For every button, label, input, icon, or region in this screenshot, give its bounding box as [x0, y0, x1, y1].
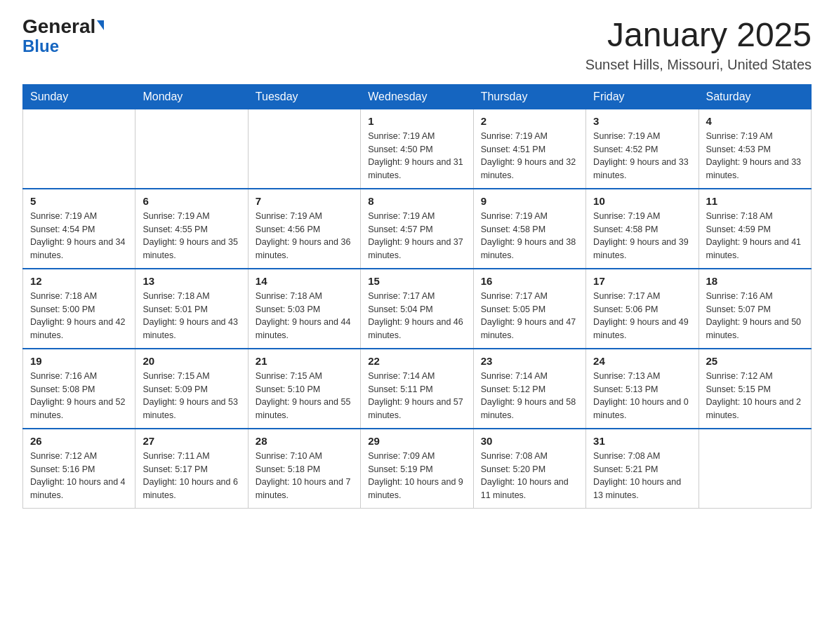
calendar-day-cell: 16Sunrise: 7:17 AM Sunset: 5:05 PM Dayli… [473, 269, 585, 349]
calendar-day-cell: 18Sunrise: 7:16 AM Sunset: 5:07 PM Dayli… [699, 269, 811, 349]
calendar-day-cell: 13Sunrise: 7:18 AM Sunset: 5:01 PM Dayli… [135, 269, 248, 349]
day-of-week-header: Thursday [473, 84, 585, 109]
day-info: Sunrise: 7:19 AM Sunset: 4:54 PM Dayligh… [30, 210, 128, 262]
location-subtitle: Sunset Hills, Missouri, United States [585, 57, 812, 73]
day-number: 14 [256, 275, 353, 287]
day-info: Sunrise: 7:15 AM Sunset: 5:09 PM Dayligh… [143, 370, 240, 422]
day-info: Sunrise: 7:12 AM Sunset: 5:15 PM Dayligh… [706, 370, 804, 422]
day-number: 1 [368, 115, 465, 127]
calendar-day-cell [135, 109, 248, 189]
logo-general: General [22, 17, 95, 36]
calendar-day-cell: 24Sunrise: 7:13 AM Sunset: 5:13 PM Dayli… [586, 349, 699, 429]
day-info: Sunrise: 7:19 AM Sunset: 4:55 PM Dayligh… [143, 210, 240, 262]
day-number: 5 [30, 195, 128, 207]
day-info: Sunrise: 7:19 AM Sunset: 4:50 PM Dayligh… [368, 130, 465, 182]
day-number: 21 [256, 355, 353, 367]
day-number: 17 [593, 275, 691, 287]
day-info: Sunrise: 7:16 AM Sunset: 5:08 PM Dayligh… [30, 370, 128, 422]
calendar-day-cell: 6Sunrise: 7:19 AM Sunset: 4:55 PM Daylig… [135, 189, 248, 269]
day-number: 29 [368, 435, 465, 447]
day-number: 27 [143, 435, 240, 447]
calendar-day-cell [248, 109, 360, 189]
month-year-title: January 2025 [585, 17, 812, 54]
calendar-day-cell: 25Sunrise: 7:12 AM Sunset: 5:15 PM Dayli… [699, 349, 811, 429]
day-info: Sunrise: 7:08 AM Sunset: 5:20 PM Dayligh… [481, 450, 578, 502]
calendar-day-cell: 22Sunrise: 7:14 AM Sunset: 5:11 PM Dayli… [361, 349, 473, 429]
day-info: Sunrise: 7:19 AM Sunset: 4:53 PM Dayligh… [706, 130, 804, 182]
day-info: Sunrise: 7:16 AM Sunset: 5:07 PM Dayligh… [706, 290, 804, 342]
calendar-day-cell: 1Sunrise: 7:19 AM Sunset: 4:50 PM Daylig… [361, 109, 473, 189]
day-info: Sunrise: 7:18 AM Sunset: 5:01 PM Dayligh… [143, 290, 240, 342]
calendar-day-cell: 9Sunrise: 7:19 AM Sunset: 4:58 PM Daylig… [473, 189, 585, 269]
calendar-week-row: 26Sunrise: 7:12 AM Sunset: 5:16 PM Dayli… [23, 429, 812, 509]
calendar-header-row: SundayMondayTuesdayWednesdayThursdayFrid… [23, 84, 812, 109]
day-number: 7 [256, 195, 353, 207]
calendar-week-row: 5Sunrise: 7:19 AM Sunset: 4:54 PM Daylig… [23, 189, 812, 269]
calendar-day-cell: 30Sunrise: 7:08 AM Sunset: 5:20 PM Dayli… [473, 429, 585, 509]
calendar-week-row: 1Sunrise: 7:19 AM Sunset: 4:50 PM Daylig… [23, 109, 812, 189]
day-info: Sunrise: 7:13 AM Sunset: 5:13 PM Dayligh… [593, 370, 691, 422]
day-number: 11 [706, 195, 804, 207]
day-of-week-header: Monday [135, 84, 248, 109]
day-number: 3 [593, 115, 691, 127]
page-header: General Blue January 2025 Sunset Hills, … [22, 17, 812, 73]
day-info: Sunrise: 7:15 AM Sunset: 5:10 PM Dayligh… [256, 370, 353, 422]
calendar-day-cell: 28Sunrise: 7:10 AM Sunset: 5:18 PM Dayli… [248, 429, 360, 509]
day-info: Sunrise: 7:09 AM Sunset: 5:19 PM Dayligh… [368, 450, 465, 502]
day-info: Sunrise: 7:11 AM Sunset: 5:17 PM Dayligh… [143, 450, 240, 502]
calendar-day-cell: 8Sunrise: 7:19 AM Sunset: 4:57 PM Daylig… [361, 189, 473, 269]
day-number: 23 [481, 355, 578, 367]
calendar-day-cell: 14Sunrise: 7:18 AM Sunset: 5:03 PM Dayli… [248, 269, 360, 349]
day-number: 6 [143, 195, 240, 207]
title-block: January 2025 Sunset Hills, Missouri, Uni… [585, 17, 812, 73]
day-number: 10 [593, 195, 691, 207]
day-number: 31 [593, 435, 691, 447]
calendar-day-cell: 7Sunrise: 7:19 AM Sunset: 4:56 PM Daylig… [248, 189, 360, 269]
calendar-day-cell: 29Sunrise: 7:09 AM Sunset: 5:19 PM Dayli… [361, 429, 473, 509]
day-number: 26 [30, 435, 128, 447]
day-number: 22 [368, 355, 465, 367]
day-of-week-header: Friday [586, 84, 699, 109]
day-of-week-header: Wednesday [361, 84, 473, 109]
calendar-day-cell: 12Sunrise: 7:18 AM Sunset: 5:00 PM Dayli… [23, 269, 135, 349]
logo: General Blue [22, 17, 104, 55]
day-number: 19 [30, 355, 128, 367]
day-of-week-header: Saturday [699, 84, 811, 109]
calendar-day-cell: 10Sunrise: 7:19 AM Sunset: 4:58 PM Dayli… [586, 189, 699, 269]
day-info: Sunrise: 7:14 AM Sunset: 5:11 PM Dayligh… [368, 370, 465, 422]
day-number: 25 [706, 355, 804, 367]
day-info: Sunrise: 7:14 AM Sunset: 5:12 PM Dayligh… [481, 370, 578, 422]
day-info: Sunrise: 7:18 AM Sunset: 5:03 PM Dayligh… [256, 290, 353, 342]
calendar-day-cell: 3Sunrise: 7:19 AM Sunset: 4:52 PM Daylig… [586, 109, 699, 189]
day-number: 18 [706, 275, 804, 287]
calendar-table: SundayMondayTuesdayWednesdayThursdayFrid… [22, 84, 812, 509]
day-info: Sunrise: 7:17 AM Sunset: 5:05 PM Dayligh… [481, 290, 578, 342]
calendar-day-cell: 11Sunrise: 7:18 AM Sunset: 4:59 PM Dayli… [699, 189, 811, 269]
day-number: 12 [30, 275, 128, 287]
day-number: 16 [481, 275, 578, 287]
day-number: 9 [481, 195, 578, 207]
calendar-day-cell: 19Sunrise: 7:16 AM Sunset: 5:08 PM Dayli… [23, 349, 135, 429]
day-number: 2 [481, 115, 578, 127]
calendar-day-cell: 2Sunrise: 7:19 AM Sunset: 4:51 PM Daylig… [473, 109, 585, 189]
day-info: Sunrise: 7:10 AM Sunset: 5:18 PM Dayligh… [256, 450, 353, 502]
day-info: Sunrise: 7:17 AM Sunset: 5:04 PM Dayligh… [368, 290, 465, 342]
day-info: Sunrise: 7:19 AM Sunset: 4:57 PM Dayligh… [368, 210, 465, 262]
day-info: Sunrise: 7:19 AM Sunset: 4:58 PM Dayligh… [481, 210, 578, 262]
day-number: 4 [706, 115, 804, 127]
day-number: 30 [481, 435, 578, 447]
calendar-day-cell: 15Sunrise: 7:17 AM Sunset: 5:04 PM Dayli… [361, 269, 473, 349]
calendar-week-row: 12Sunrise: 7:18 AM Sunset: 5:00 PM Dayli… [23, 269, 812, 349]
calendar-day-cell: 4Sunrise: 7:19 AM Sunset: 4:53 PM Daylig… [699, 109, 811, 189]
logo-blue: Blue [22, 36, 59, 55]
day-number: 13 [143, 275, 240, 287]
calendar-day-cell: 5Sunrise: 7:19 AM Sunset: 4:54 PM Daylig… [23, 189, 135, 269]
day-of-week-header: Sunday [23, 84, 135, 109]
day-info: Sunrise: 7:17 AM Sunset: 5:06 PM Dayligh… [593, 290, 691, 342]
day-number: 28 [256, 435, 353, 447]
day-number: 20 [143, 355, 240, 367]
day-info: Sunrise: 7:19 AM Sunset: 4:56 PM Dayligh… [256, 210, 353, 262]
calendar-week-row: 19Sunrise: 7:16 AM Sunset: 5:08 PM Dayli… [23, 349, 812, 429]
day-of-week-header: Tuesday [248, 84, 360, 109]
calendar-day-cell: 23Sunrise: 7:14 AM Sunset: 5:12 PM Dayli… [473, 349, 585, 429]
